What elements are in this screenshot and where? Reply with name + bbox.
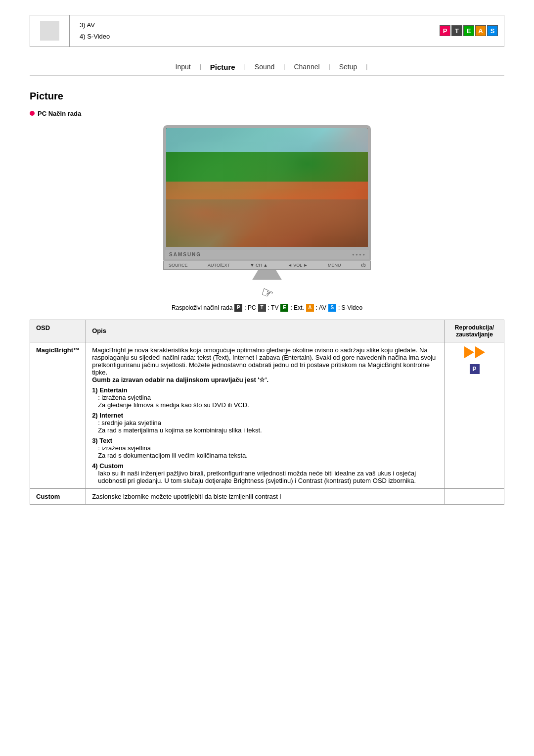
- header-middle: 3) AV 4) S-Video: [70, 15, 434, 47]
- table-header-row: OSD Opis Reprodukcija/zaustavljanje: [30, 320, 504, 342]
- mode-icon-s: S: [328, 304, 336, 312]
- tv-screen-wrap: [163, 125, 371, 250]
- mode-icon-p: P: [234, 304, 242, 312]
- mode-icon-e: E: [280, 304, 288, 312]
- nav-item-picture[interactable]: Picture: [201, 63, 244, 71]
- header-section: 3) AV 4) S-Video P T E A S: [30, 15, 504, 47]
- navigation-bar: Input | Picture | Sound | Channel | Setu…: [30, 57, 504, 76]
- modes-text-tv: : TV: [268, 304, 279, 311]
- tv-ctrl-auto: AUTO/EXT: [206, 263, 231, 268]
- desc-text-brightness: : izražena svjetlina: [98, 444, 439, 452]
- repro-icons: P: [451, 346, 498, 374]
- col-header-desc: Opis: [86, 320, 445, 342]
- modes-description: Raspoloživi načini rada P : PC T : TV E …: [30, 304, 504, 312]
- modes-text-pc: : PC: [244, 304, 256, 311]
- cell-repro-custom: [445, 488, 504, 504]
- badge-a: A: [475, 25, 486, 36]
- desc-intro: MagicBright je nova karakteristika koja …: [92, 346, 436, 376]
- modes-text-av: : AV: [316, 304, 326, 311]
- modes-text-svideo: : S-Video: [338, 304, 362, 311]
- header-left-graphic: [40, 21, 59, 41]
- pteas-badge: P T E A S: [440, 25, 498, 36]
- tv-stand-neck: [252, 270, 282, 280]
- play-p-badge: P: [470, 364, 480, 374]
- header-left-box: [30, 15, 70, 47]
- desc-custom-note: Iako su ih naši inženjeri pažljivo biral…: [98, 470, 439, 484]
- custom-desc-text: Zaslonske izbornike možete upotrijebiti …: [92, 493, 281, 500]
- play-icons: [464, 346, 485, 358]
- col-header-repro: Reprodukcija/zaustavljanje: [445, 320, 504, 342]
- play-triangle-2: [475, 346, 485, 358]
- modes-text-prefix: Raspoloživi načini rada: [172, 304, 232, 311]
- badge-s: S: [487, 25, 498, 36]
- col-header-osd: OSD: [30, 320, 86, 342]
- desc-internet-label: 2) Internet: [92, 412, 439, 419]
- nav-sep-5: |: [366, 63, 367, 70]
- header-badge: P T E A S: [434, 15, 504, 47]
- tv-brand: SAMSUNG: [169, 252, 201, 257]
- nav-item-channel[interactable]: Channel: [285, 63, 328, 71]
- cell-desc-magicbright: MagicBright je nova karakteristika koja …: [86, 342, 445, 488]
- desc-internet-brightness: : srednje jaka svjetlina: [98, 419, 439, 426]
- cell-desc-custom: Zaslonske izbornike možete upotrijebiti …: [86, 488, 445, 504]
- badge-t: T: [451, 25, 462, 36]
- header-item-1: 3) AV: [80, 19, 424, 31]
- table-row: Custom Zaslonske izbornike možete upotri…: [30, 488, 504, 504]
- section-label-text: PC Način rada: [38, 110, 81, 117]
- nav-item-setup[interactable]: Setup: [330, 63, 366, 71]
- main-content: Picture PC Način rada SAMSUNG ● ● ● ● SO…: [30, 91, 504, 505]
- desc-entertain-note: Za gledanje filmova s medija kao što su …: [98, 401, 439, 409]
- tv-ctrl-vol: ◄ VOL ►: [286, 263, 310, 268]
- cell-repro-magicbright: P: [445, 342, 504, 488]
- desc-text-label: 3) Text: [92, 437, 439, 444]
- tv-image-area: SAMSUNG ● ● ● ● SOURCE AUTO/EXT ▼ CH ▲ ◄…: [30, 125, 504, 280]
- tv-controls-strip: SOURCE AUTO/EXT ▼ CH ▲ ◄ VOL ► MENU ⏻: [163, 261, 371, 270]
- modes-text-ext: : Ext.: [290, 304, 304, 311]
- tv-ctrl-menu: MENU: [326, 263, 343, 268]
- section-dot: [30, 111, 35, 116]
- tv-screen-inner: [166, 128, 368, 247]
- tv-ctrl-ch: ▼ CH ▲: [248, 263, 269, 268]
- section-label: PC Način rada: [30, 110, 504, 117]
- cell-osd-magicbright: MagicBright™: [30, 342, 86, 488]
- mode-icon-t: T: [258, 304, 266, 312]
- table-row: MagicBright™ MagicBright je nova karakte…: [30, 342, 504, 488]
- nav-item-input[interactable]: Input: [167, 63, 200, 71]
- badge-p: P: [440, 25, 450, 36]
- cell-osd-custom: Custom: [30, 488, 86, 504]
- badge-e: E: [463, 25, 474, 36]
- tv-bezel-dots: ● ● ● ●: [352, 252, 365, 257]
- play-triangle-1: [464, 346, 474, 358]
- cursor-area: ☞: [30, 285, 504, 301]
- desc-internet-note: Za rad s materijalima u kojima se kombin…: [98, 426, 439, 434]
- tv-ctrl-source: SOURCE: [167, 263, 189, 268]
- tv-bezel-bottom: SAMSUNG ● ● ● ●: [163, 250, 371, 261]
- tv-stand: [163, 270, 371, 280]
- desc-entertain-brightness: : izražena svjetlina: [98, 394, 439, 401]
- data-table: OSD Opis Reprodukcija/zaustavljanje Magi…: [30, 320, 504, 505]
- desc-text-note: Za rad s dokumentacijom ili većim količi…: [98, 452, 439, 459]
- header-item-2: 4) S-Video: [80, 31, 424, 42]
- nav-item-sound[interactable]: Sound: [246, 63, 283, 71]
- hand-cursor-icon: ☞: [259, 284, 276, 303]
- desc-button-note: Gumb za izravan odabir na daljinskom upr…: [92, 376, 268, 383]
- tv-container: SAMSUNG ● ● ● ● SOURCE AUTO/EXT ▼ CH ▲ ◄…: [163, 125, 371, 280]
- desc-custom-label: 4) Custom: [92, 462, 439, 470]
- tv-screen: [166, 128, 368, 247]
- tv-ctrl-power: ⏻: [359, 263, 367, 268]
- page-title: Picture: [30, 91, 504, 102]
- desc-entertain-label: 1) Entertain: [92, 386, 439, 394]
- mode-icon-a: A: [306, 304, 314, 312]
